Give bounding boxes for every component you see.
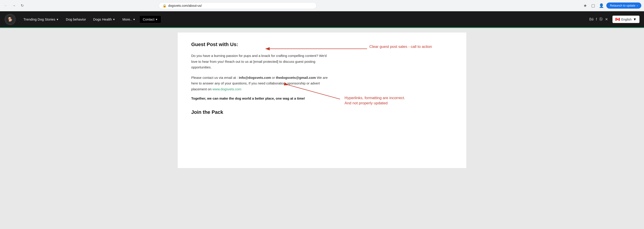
paragraph2-middle: or	[272, 76, 276, 80]
join-title: Join the Pack	[191, 109, 453, 115]
nav-item-more[interactable]: More.. ▼	[119, 16, 138, 23]
nav-items: Trending Dog Stories ▼ Dog behavior Dogs…	[20, 15, 585, 23]
chevron-down-icon-contact: ▼	[155, 18, 158, 21]
guest-post-section: Guest Post with Us: Do you have a burnin…	[191, 42, 453, 100]
email2: thedogsvets@gmail.com	[276, 76, 316, 80]
address-bar[interactable]: 🔒 dogsvets.com/about-us/	[159, 2, 316, 9]
join-section: Join the Pack	[191, 109, 453, 115]
chevron-down-icon-health: ▼	[113, 18, 115, 21]
chevron-down-icon-more: ▼	[133, 18, 135, 21]
reload-button[interactable]: ↻	[19, 3, 25, 9]
site-nav: 🐕 Trending Dog Stories ▼ Dog behavior Do…	[0, 11, 644, 28]
url-display: dogsvets.com/about-us/	[168, 4, 313, 8]
paragraph2-prefix: Please contact us via email at :	[191, 76, 239, 80]
nav-label-trending: Trending Dog Stories	[24, 17, 55, 21]
guest-post-title: Guest Post with Us:	[191, 42, 238, 47]
language-selector[interactable]: 🇨🇦 English ▼	[612, 16, 640, 23]
bookmark-button[interactable]: ★	[582, 3, 588, 9]
tagline: Together, we can make the dog world a be…	[191, 96, 453, 100]
x-icon[interactable]: ✕	[605, 17, 608, 22]
annotation-text-2b: And not properly updated	[344, 101, 388, 105]
nav-item-health[interactable]: Dogs Health ▼	[90, 16, 118, 23]
svg-text:🐕: 🐕	[8, 17, 13, 22]
nav-label-health: Dogs Health	[93, 17, 112, 21]
chevron-down-icon: ▼	[56, 18, 59, 21]
lock-icon: 🔒	[162, 4, 166, 8]
content-area: Guest Post with Us: Do you have a burnin…	[178, 33, 466, 168]
browser-actions: ★ ▢ 👤 Relaunch to update ›	[582, 3, 641, 9]
language-label: English	[621, 18, 632, 21]
nav-label-more: More..	[122, 17, 132, 21]
lang-chevron-icon: ▼	[633, 17, 636, 22]
extensions-button[interactable]: ▢	[590, 3, 596, 9]
browser-chrome: ← → ↻ 🔒 dogsvets.com/about-us/ ★ ▢ 👤 Rel…	[0, 0, 644, 11]
instagram-icon[interactable]: ⓑ	[599, 17, 603, 22]
dogsvets-link[interactable]: www.dogsvets.com	[212, 87, 241, 91]
nav-social: Bē f ⓑ ✕	[589, 17, 608, 22]
guest-post-paragraph1: Do you have a burning passion for pups a…	[191, 53, 331, 70]
page-wrapper: Guest Post with Us: Do you have a burnin…	[0, 28, 644, 172]
relaunch-label: Relaunch to update	[610, 4, 636, 7]
back-button[interactable]: ←	[3, 3, 9, 9]
nav-label-contact: Contact	[143, 17, 154, 21]
relaunch-button[interactable]: Relaunch to update ›	[606, 3, 641, 9]
email1: info@dogsvets.com	[239, 76, 271, 80]
guest-post-paragraph2: Please contact us via email at : info@do…	[191, 75, 331, 92]
nav-item-contact[interactable]: Contact ▼	[139, 15, 161, 23]
site-logo[interactable]: 🐕	[4, 14, 16, 25]
forward-button[interactable]: →	[11, 3, 17, 9]
profile-button[interactable]: 👤	[598, 3, 604, 9]
nav-item-behavior[interactable]: Dog behavior	[63, 16, 89, 23]
facebook-icon[interactable]: f	[596, 17, 597, 22]
nav-label-behavior: Dog behavior	[66, 17, 86, 21]
annotation-text-1: Clear guest post sales - call to action	[369, 45, 432, 49]
nav-item-trending[interactable]: Trending Dog Stories ▼	[20, 16, 62, 23]
flag-icon: 🇨🇦	[615, 17, 620, 22]
relaunch-chevron: ›	[637, 4, 638, 7]
behance-icon[interactable]: Bē	[589, 17, 594, 22]
